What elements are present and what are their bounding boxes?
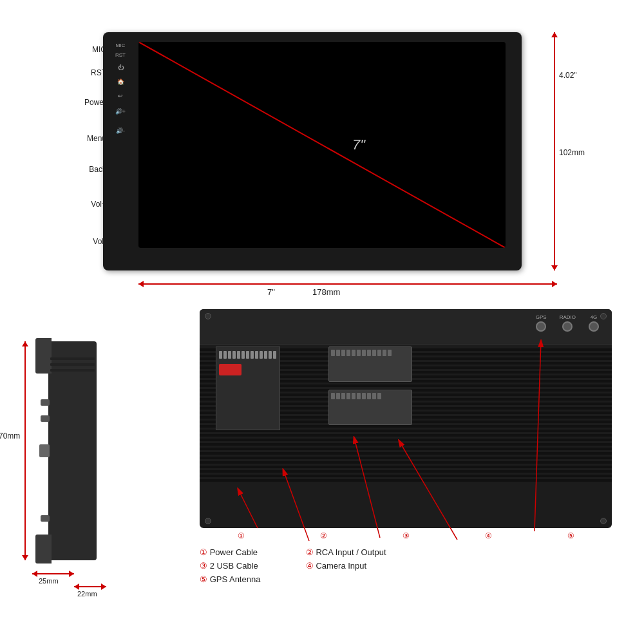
device-front: MIC RST ⏻ 🏠 ↩ 🔊+ 🔊- 7" (103, 32, 522, 270)
voldown-label: Vol- (77, 237, 106, 246)
menu-icon: 🏠 (117, 79, 124, 85)
num-2: ② (320, 531, 327, 540)
screw-br (600, 518, 607, 524)
width-dim-metric: 178mm (312, 287, 340, 297)
side-vents (48, 354, 97, 547)
width-dim-imperial: 7" (267, 287, 275, 297)
4g-antenna-area: 4G (589, 314, 599, 332)
side-view-section: 70mm 25mm (13, 316, 155, 612)
4g-port (589, 321, 599, 332)
legend-item-5: ⑤ GPS Antenna (200, 574, 280, 584)
gps-label: GPS (536, 314, 547, 320)
num-5: ⑤ (567, 531, 574, 540)
screen-size-label: 7" (352, 137, 365, 153)
rear-view-section: GPS RADIO 4G (180, 309, 631, 631)
pin (242, 351, 245, 359)
legend-circle-4: ④ (306, 561, 316, 571)
pin (264, 351, 267, 359)
mic-label: MIC (77, 45, 106, 54)
num-3: ③ (402, 531, 410, 540)
4g-label: 4G (589, 314, 599, 320)
pin (269, 351, 272, 359)
height-dim-imperial: 4.02" (559, 71, 577, 80)
num-4: ④ (485, 531, 492, 540)
side-height-label: 70mm (0, 431, 20, 440)
pin (228, 351, 231, 359)
legend: ① Power Cable ② RCA Input / Output ③ 2 U… (200, 547, 386, 584)
power-icon: ⏻ (118, 64, 124, 71)
power-connector-panel (216, 346, 280, 430)
back-icon: ↩ (118, 93, 123, 99)
device-rear: GPS RADIO 4G (200, 309, 612, 528)
front-view-section: MIC ─────► RST ─────► Power ─────► Menu … (77, 19, 567, 296)
legend-item-2: ② RCA Input / Output (306, 547, 386, 557)
height-dim-metric: 102mm (559, 148, 585, 157)
harness-pins (329, 347, 412, 359)
pin (251, 351, 254, 359)
legend-circle-5: ⑤ (200, 574, 210, 584)
radio-label: RADIO (560, 314, 576, 320)
legend-item-1: ① Power Cable (200, 547, 280, 557)
side-controls: MIC RST ⏻ 🏠 ↩ 🔊+ 🔊- (108, 39, 133, 258)
legend-text-1: Power Cable (210, 547, 258, 557)
mic-text: MIC (111, 43, 130, 48)
depth1-label: 25mm (39, 577, 59, 585)
pin (260, 351, 263, 359)
depth2-label: 22mm (77, 590, 97, 598)
device-screen: 7" (138, 42, 506, 248)
num-1: ① (238, 531, 245, 540)
legend-circle-3: ③ (200, 561, 210, 571)
gps-port (536, 321, 546, 332)
connector-numbers-row: ① ② ③ ④ ⑤ (200, 531, 612, 540)
radio-antenna-area: RADIO (560, 314, 576, 332)
rst-label: RST (77, 68, 106, 77)
back-label: Back (77, 165, 106, 174)
screw-tr (600, 313, 607, 319)
screw-tl (205, 313, 211, 319)
pin (255, 351, 258, 359)
menu-label: Menu (77, 134, 106, 143)
power-label: Power (77, 98, 106, 107)
rear-top-bar: GPS RADIO 4G (200, 309, 612, 345)
legend-text-3: 2 USB Cable (210, 561, 258, 571)
pin (232, 351, 236, 359)
pin (219, 351, 222, 359)
rst-text: RST (111, 52, 130, 58)
screw-bl (205, 518, 211, 524)
volup-label: Vol+ (77, 200, 106, 209)
legend-item-4: ④ Camera Input (306, 561, 386, 571)
legend-circle-2: ② (306, 547, 316, 557)
diagonal-line-svg (138, 42, 506, 248)
antenna-labels: GPS RADIO 4G (536, 314, 599, 332)
pin (223, 351, 227, 359)
radio-port (562, 321, 573, 332)
red-connector (219, 364, 242, 375)
pin (246, 351, 249, 359)
pin (273, 351, 276, 359)
svg-line-0 (138, 42, 506, 248)
volume-up-icon: 🔊+ (115, 108, 126, 115)
legend-text-4: Camera Input (316, 561, 366, 571)
legend-text-5: GPS Antenna (210, 574, 261, 584)
legend-text-2: RCA Input / Output (316, 547, 386, 557)
pin (237, 351, 240, 359)
legend-item-3: ③ 2 USB Cable (200, 561, 280, 571)
main-harness-2 (328, 390, 412, 425)
harness-pins-2 (329, 390, 412, 402)
pin-row (216, 347, 279, 361)
volume-down-icon: 🔊- (116, 128, 125, 134)
side-device-body (48, 341, 97, 560)
gps-antenna-area: GPS (536, 314, 547, 332)
main-harness-1 (328, 346, 412, 382)
legend-circle-1: ① (200, 547, 210, 557)
